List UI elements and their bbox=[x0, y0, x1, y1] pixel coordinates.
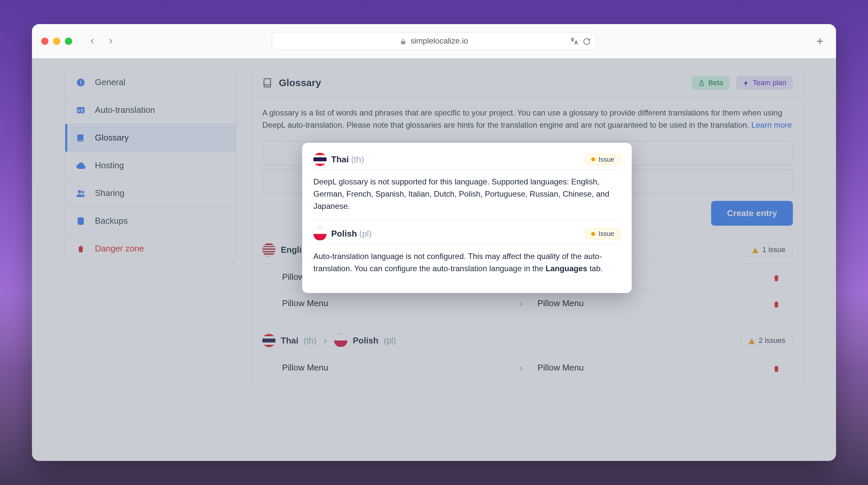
translate-icon[interactable] bbox=[570, 36, 579, 46]
trash-icon bbox=[75, 245, 86, 253]
popover-lang-name: Polish bbox=[331, 229, 357, 238]
status-dot-icon bbox=[591, 158, 595, 161]
issues-chip[interactable]: 1 issue bbox=[744, 243, 793, 256]
back-button[interactable] bbox=[88, 37, 97, 46]
reload-icon[interactable] bbox=[583, 36, 591, 46]
svg-point-4 bbox=[80, 80, 81, 81]
users-icon bbox=[75, 189, 86, 198]
sidebar-item-hosting[interactable]: Hosting bbox=[65, 152, 236, 179]
delete-entry-button[interactable] bbox=[770, 363, 783, 373]
sidebar-item-label: Backups bbox=[95, 216, 128, 226]
popover-section: Polish (pl) Issue Auto-translation langu… bbox=[313, 220, 621, 282]
glossary-entry-row: Pillow Menu Pillow Menu bbox=[262, 290, 793, 316]
delete-entry-button[interactable] bbox=[770, 298, 783, 309]
team-plan-label: Team plan bbox=[753, 79, 786, 87]
issues-chip[interactable]: 2 issues bbox=[741, 334, 793, 347]
learn-more-link[interactable]: Learn more bbox=[751, 120, 792, 129]
close-window-button[interactable] bbox=[41, 38, 49, 45]
issues-count-label: 2 issues bbox=[758, 336, 785, 345]
flask-icon bbox=[698, 79, 705, 87]
sidebar: General A文 Auto-translation Glossary Hos… bbox=[65, 68, 236, 263]
section-header: Thai (th) Polish (pl) bbox=[262, 326, 793, 354]
delete-entry-button[interactable] bbox=[770, 272, 783, 282]
warning-icon bbox=[748, 336, 755, 345]
target-lang-code: (pl) bbox=[383, 336, 396, 346]
description-text: A glossary is a list of words and phrase… bbox=[262, 108, 782, 129]
sidebar-item-general[interactable]: General bbox=[65, 68, 236, 96]
source-lang-name: Thai bbox=[281, 336, 298, 346]
beta-label: Beta bbox=[708, 79, 723, 87]
entry-target-text: Pillow Menu bbox=[528, 363, 770, 373]
sidebar-item-auto-translation[interactable]: A文 Auto-translation bbox=[65, 96, 236, 124]
sidebar-item-backups[interactable]: Backups bbox=[65, 207, 236, 235]
sidebar-item-label: General bbox=[95, 77, 126, 87]
sidebar-item-sharing[interactable]: Sharing bbox=[65, 179, 236, 207]
window-controls bbox=[41, 38, 72, 45]
minimize-window-button[interactable] bbox=[53, 38, 60, 45]
source-lang-code: (th) bbox=[304, 336, 316, 346]
flag-en-icon bbox=[262, 243, 276, 256]
description-paragraph: A glossary is a list of words and phrase… bbox=[262, 107, 793, 131]
sidebar-item-label: Hosting bbox=[95, 160, 124, 171]
cloud-icon bbox=[75, 161, 86, 171]
create-entry-button[interactable]: Create entry bbox=[711, 201, 793, 226]
sidebar-item-label: Danger zone bbox=[95, 244, 144, 254]
main-header: Glossary Beta Team plan bbox=[252, 68, 803, 97]
chevron-right-icon bbox=[322, 336, 329, 346]
nav-arrows bbox=[88, 37, 115, 46]
url-text: simplelocalize.io bbox=[411, 36, 468, 46]
entry-source-text: Pillow Menu bbox=[272, 298, 515, 309]
popover-lang-code: (th) bbox=[351, 154, 364, 164]
svg-text:A文: A文 bbox=[78, 108, 84, 112]
entry-source-text: Pillow Menu bbox=[272, 363, 515, 373]
page-title: Glossary bbox=[279, 77, 321, 88]
popover-body-text: DeepL glossary is not supported for this… bbox=[313, 175, 621, 212]
sidebar-item-danger-zone[interactable]: Danger zone bbox=[65, 235, 236, 262]
team-plan-badge[interactable]: Team plan bbox=[736, 76, 793, 90]
popover-lang-code: (pl) bbox=[359, 229, 372, 238]
sidebar-item-label: Auto-translation bbox=[95, 105, 155, 115]
info-icon bbox=[75, 78, 86, 87]
svg-point-8 bbox=[78, 190, 81, 193]
status-dot-icon bbox=[591, 232, 595, 236]
book-icon bbox=[262, 78, 272, 88]
popover-section-header: Thai (th) Issue bbox=[313, 153, 621, 170]
lock-icon bbox=[400, 36, 407, 46]
browser-window: simplelocalize.io General bbox=[32, 24, 836, 461]
chevron-right-icon bbox=[515, 298, 528, 309]
titlebar: simplelocalize.io bbox=[32, 24, 836, 58]
popover-body-suffix: tab. bbox=[587, 264, 603, 273]
popover-body-bold: Languages bbox=[546, 264, 588, 273]
entry-target-text: Pillow Menu bbox=[528, 298, 770, 309]
sidebar-item-label: Sharing bbox=[95, 188, 125, 198]
popover-body: Auto-translation language is not configu… bbox=[313, 250, 621, 275]
issue-pill: Issue bbox=[585, 154, 621, 165]
flag-th-icon bbox=[313, 153, 327, 166]
forward-button[interactable] bbox=[106, 37, 115, 46]
issue-pill-label: Issue bbox=[598, 230, 614, 237]
issues-popover: Thai (th) Issue DeepL glossary is not su… bbox=[302, 143, 632, 293]
popover-lang-name: Thai bbox=[331, 154, 349, 164]
chevron-right-icon bbox=[515, 363, 528, 373]
translate-icon: A文 bbox=[75, 106, 86, 115]
svg-rect-7 bbox=[78, 140, 83, 140]
target-lang-name: Polish bbox=[352, 336, 378, 346]
url-bar[interactable]: simplelocalize.io bbox=[272, 32, 596, 50]
svg-rect-3 bbox=[81, 82, 81, 84]
sidebar-item-glossary[interactable]: Glossary bbox=[65, 124, 236, 152]
warning-icon bbox=[752, 246, 759, 254]
book-icon bbox=[75, 133, 86, 143]
issue-pill-label: Issue bbox=[598, 156, 614, 163]
beta-badge: Beta bbox=[692, 76, 730, 90]
popover-section-header: Polish (pl) Issue bbox=[313, 227, 621, 244]
issue-pill: Issue bbox=[585, 228, 621, 239]
new-tab-button[interactable] bbox=[815, 36, 825, 46]
flag-th-icon bbox=[262, 334, 276, 347]
glossary-entry-row: Pillow Menu Pillow Menu bbox=[262, 354, 793, 381]
maximize-window-button[interactable] bbox=[65, 38, 72, 45]
issues-count-label: 1 issue bbox=[762, 246, 785, 254]
flag-pl-icon bbox=[313, 227, 327, 240]
popover-section: Thai (th) Issue DeepL glossary is not su… bbox=[313, 151, 621, 220]
database-icon bbox=[75, 217, 86, 226]
glossary-section: Thai (th) Polish (pl) bbox=[262, 326, 793, 381]
